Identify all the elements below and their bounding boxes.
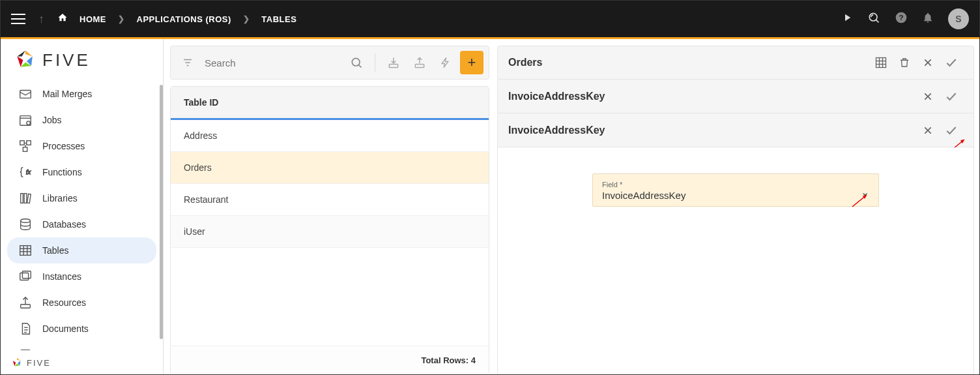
play-icon[interactable] <box>841 12 853 27</box>
detail-body: Field * InvoiceAddressKey ⌄ <box>497 147 974 375</box>
svg-rect-18 <box>20 246 31 256</box>
sidebar-item-databases[interactable]: Databases <box>7 211 156 237</box>
help-icon[interactable]: ? <box>895 11 908 27</box>
svg-rect-15 <box>24 194 27 203</box>
sidebar-item-processes[interactable]: Processes <box>7 133 156 159</box>
breadcrumb-apps[interactable]: APPLICATIONS (ROS) <box>137 14 231 24</box>
trash-icon[interactable] <box>893 51 916 74</box>
sidebar-item-label: Documents <box>42 323 89 334</box>
svg-rect-44 <box>876 58 886 68</box>
sidebar-item-instances[interactable]: Instances <box>7 263 156 290</box>
breadcrumb-home[interactable]: HOME <box>79 14 106 24</box>
table-header: Table ID <box>171 87 489 120</box>
breadcrumb-tables[interactable]: TABLES <box>261 14 296 24</box>
home-icon <box>57 12 68 25</box>
field-select[interactable]: Field * InvoiceAddressKey ⌄ <box>592 173 879 207</box>
export-icon[interactable] <box>408 51 431 74</box>
svg-rect-5 <box>20 116 31 126</box>
scrollbar[interactable] <box>160 85 163 339</box>
sidebar-item-label: Mail Merges <box>42 89 92 99</box>
document-icon <box>18 321 33 337</box>
sidebar-item-functions[interactable]: fxFunctions <box>7 159 156 185</box>
svg-rect-9 <box>27 141 31 145</box>
logo-mark-icon <box>14 48 37 72</box>
check-icon[interactable] <box>940 85 963 108</box>
sidebar-footer-text: FIVE <box>27 358 51 368</box>
svg-line-1 <box>876 20 878 22</box>
sidebar-item-themes[interactable]: Themes <box>7 342 156 350</box>
close-icon[interactable] <box>916 85 940 108</box>
search-icon[interactable] <box>345 51 368 74</box>
sidebar-item-label: Processes <box>42 141 85 151</box>
books-icon <box>18 190 33 206</box>
function-icon: fx <box>18 164 33 180</box>
mail-icon <box>18 86 33 102</box>
sidebar-item-label: Instances <box>42 271 81 282</box>
filter-icon[interactable] <box>176 51 199 74</box>
list-panel: + Table ID Address Orders Restaurant iUs… <box>164 39 495 375</box>
upload-icon <box>18 295 33 310</box>
zoom-icon[interactable] <box>867 11 880 27</box>
svg-rect-4 <box>20 91 31 98</box>
sidebar-item-documents[interactable]: Documents <box>7 316 156 342</box>
chevron-right-icon: ❯ <box>243 14 250 23</box>
chevron-down-icon[interactable]: ⌄ <box>861 186 869 198</box>
grid-icon[interactable] <box>869 51 893 74</box>
table-row[interactable]: Restaurant <box>171 184 489 216</box>
detail-title: Orders <box>508 57 869 68</box>
detail-header-1: Orders <box>497 46 974 80</box>
table-card: Table ID Address Orders Restaurant iUser… <box>170 86 489 375</box>
field-value: InvoiceAddressKey <box>602 188 869 201</box>
detail-header-2: InvoiceAddressKey <box>497 80 974 113</box>
database-icon <box>18 217 33 232</box>
sidebar-item-label: Functions <box>42 167 82 177</box>
sidebar-item-libraries[interactable]: Libraries <box>7 185 156 211</box>
sidebar-item-tables[interactable]: Tables <box>7 237 156 263</box>
svg-text:?: ? <box>899 13 903 22</box>
sidebar-item-label: Tables <box>42 245 68 256</box>
sidebar-item-mail-merges[interactable]: Mail Merges <box>7 81 156 107</box>
sidebar-item-jobs[interactable]: Jobs <box>7 107 156 133</box>
field-label: Field * <box>602 181 869 188</box>
avatar[interactable]: S <box>948 8 969 29</box>
table-row[interactable]: Address <box>171 120 489 152</box>
check-icon[interactable] <box>940 51 963 74</box>
svg-rect-8 <box>20 141 24 145</box>
lightning-icon[interactable] <box>434 51 457 74</box>
table-row[interactable]: Orders <box>171 152 489 184</box>
instances-icon <box>18 269 33 284</box>
svg-point-7 <box>27 121 31 125</box>
sidebar-item-label: Libraries <box>42 193 78 203</box>
svg-rect-24 <box>22 271 31 278</box>
menu-toggle[interactable] <box>11 14 25 24</box>
sidebar-item-resources[interactable]: Resources <box>7 290 156 316</box>
svg-rect-14 <box>21 194 23 203</box>
import-icon[interactable] <box>382 51 405 74</box>
table-row[interactable]: iUser <box>171 216 489 248</box>
breadcrumb: HOME ❯ APPLICATIONS (ROS) ❯ TABLES <box>57 12 296 25</box>
up-arrow-icon[interactable]: ↑ <box>38 12 44 26</box>
sidebar: FIVE Mail Merges Jobs Processes fxFuncti… <box>1 39 164 375</box>
bell-icon[interactable] <box>922 12 934 27</box>
add-button[interactable]: + <box>460 51 483 74</box>
check-icon[interactable] <box>940 119 963 142</box>
svg-rect-23 <box>20 273 29 280</box>
svg-point-0 <box>869 13 877 21</box>
search-input[interactable] <box>202 57 342 68</box>
process-icon <box>18 138 33 154</box>
svg-rect-42 <box>389 65 397 68</box>
close-icon[interactable] <box>916 119 940 142</box>
calendar-icon <box>18 112 33 128</box>
detail-header-3: InvoiceAddressKey <box>497 113 974 147</box>
close-icon[interactable] <box>916 51 940 74</box>
svg-line-41 <box>358 65 361 67</box>
svg-rect-10 <box>23 147 27 151</box>
svg-rect-43 <box>415 65 424 68</box>
detail-subsubtitle: InvoiceAddressKey <box>508 125 916 136</box>
svg-point-40 <box>352 58 360 66</box>
sidebar-item-label: Databases <box>42 219 86 230</box>
detail-subtitle: InvoiceAddressKey <box>508 91 916 102</box>
sidebar-item-label: Jobs <box>42 115 62 125</box>
svg-text:fx: fx <box>26 169 31 175</box>
chevron-right-icon: ❯ <box>118 14 125 23</box>
